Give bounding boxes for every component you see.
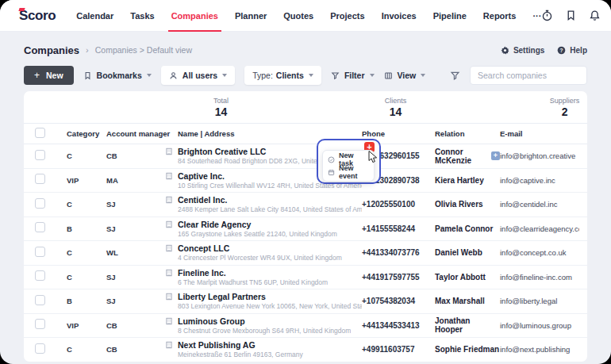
filter-dropdown[interactable]: Filter [331, 71, 375, 80]
table-row[interactable]: C WL Concept LLC 4 Cirencester Pl Worces… [24, 241, 587, 266]
company-name[interactable]: Next Publishing AG [178, 340, 303, 350]
company-name[interactable]: Luminous Group [178, 316, 351, 326]
company-address: 8 Chestnut Grove Mexborough S64 9RH, Uni… [178, 327, 351, 335]
main-nav: Calendar Tasks Companies Planner Quotes … [76, 0, 541, 32]
relation-name[interactable]: Taylor Abbott [435, 273, 486, 282]
type-filter-dropdown[interactable]: Type: Clients [244, 66, 321, 85]
column-header-relation[interactable]: Relation [435, 129, 500, 138]
chevron-down-icon [421, 74, 425, 77]
email-cell[interactable]: info@centidel.inc [500, 200, 579, 209]
row-checkbox[interactable] [35, 150, 45, 160]
phone-cell: +441917597755 [362, 273, 435, 282]
email-cell[interactable]: info@fineline-inc.com [500, 273, 579, 282]
table-row[interactable]: B SJ Liberty Legal Partners 803 Lexingto… [24, 289, 587, 314]
page-title[interactable]: Companies [24, 44, 79, 56]
nav-item[interactable]: Invoices [382, 0, 417, 32]
email-cell[interactable]: info@liberty.legal [500, 297, 579, 305]
select-all-checkbox[interactable] [35, 128, 45, 138]
chevron-down-icon [370, 74, 375, 77]
bookmark-icon [83, 71, 92, 80]
email-cell[interactable]: info@captive.inc [500, 176, 579, 185]
category-cell: VIP [67, 321, 106, 330]
email-cell[interactable]: info@concept.co.uk [500, 248, 579, 257]
search-filter-funnel-icon[interactable] [450, 71, 460, 81]
company-name[interactable]: Centidel Inc. [178, 195, 362, 205]
relation-name[interactable]: Olivia Rivers [435, 200, 483, 209]
nav-item[interactable]: Quotes [283, 0, 313, 32]
company-name[interactable]: Fineline Inc. [178, 268, 328, 278]
relation-name[interactable]: Sophie Friedman [435, 345, 499, 354]
settings-button[interactable]: Settings [501, 46, 544, 55]
column-header-phone[interactable]: Phone [362, 129, 435, 138]
nav-item[interactable]: ··· [532, 0, 541, 32]
nav-item[interactable]: Planner [235, 0, 267, 32]
quick-add-popup: + New task New event [317, 139, 381, 184]
chevron-down-icon [222, 74, 227, 77]
column-header-name-address[interactable]: Name | Address [165, 129, 362, 138]
category-cell: C [67, 248, 106, 257]
email-cell[interactable]: info@brighton.creative [500, 151, 579, 160]
row-checkbox[interactable] [35, 198, 45, 209]
email-cell[interactable]: info@next.publishing [500, 345, 579, 354]
nav-item[interactable]: Projects [330, 0, 364, 32]
table-row[interactable]: VIP CB Luminous Group 8 Chestnut Grove M… [24, 314, 587, 339]
relation-name[interactable]: Jonathan Hooper [435, 316, 500, 334]
company-name[interactable]: Concept LLC [178, 243, 342, 253]
relation-cell: Taylor Abbott [435, 273, 500, 282]
company-name[interactable]: Clear Ride Agency [178, 220, 337, 229]
breadcrumb-path[interactable]: Companies > Default view [95, 45, 192, 55]
column-header-email[interactable]: E-mail [500, 129, 579, 138]
relation-name[interactable]: Connor McKenzie [435, 148, 487, 165]
help-button[interactable]: ? Help [557, 46, 587, 55]
table-row[interactable]: VIP MA Captive Inc. 10 Stirling Cres Wil… [24, 169, 587, 193]
person-icon [169, 71, 178, 80]
relation-name[interactable]: Kiera Hartley [435, 176, 484, 185]
email-cell[interactable]: info@clearrideagency.com [500, 224, 579, 233]
row-checkbox[interactable] [35, 319, 45, 329]
row-checkbox[interactable] [35, 174, 45, 184]
account-manager-cell: CB [106, 345, 165, 354]
bookmarks-dropdown[interactable]: Bookmarks [83, 71, 152, 80]
nav-item[interactable]: Calendar [76, 0, 113, 32]
nav-item[interactable]: Reports [483, 0, 517, 32]
row-checkbox[interactable] [35, 270, 45, 281]
relation-cell: Kiera Hartley [435, 176, 500, 185]
relation-name[interactable]: Max Marshall [435, 297, 485, 305]
nav-item[interactable]: Companies [171, 0, 218, 32]
company-name[interactable]: Liberty Legal Partners [178, 292, 362, 301]
view-dropdown[interactable]: View [384, 71, 426, 80]
notifications-icon[interactable] [589, 10, 601, 21]
table-row[interactable]: C SJ Centidel Inc. 2488 Kemper Lane Salt… [24, 193, 587, 217]
menu-item-new-event[interactable]: New event [323, 166, 374, 178]
table-row[interactable]: C CB Brighton Creative LLC 84 Souterhead… [24, 144, 587, 169]
task-check-icon [328, 156, 335, 163]
row-checkbox[interactable] [35, 343, 45, 354]
search-input[interactable] [470, 66, 587, 85]
users-filter-dropdown[interactable]: All users [161, 66, 235, 85]
nav-item[interactable]: Tasks [130, 0, 154, 32]
row-checkbox[interactable] [35, 247, 45, 257]
company-address: Meinekestraße 61 Berlin 49163, Germany [178, 351, 303, 358]
new-button[interactable]: + New [24, 66, 74, 85]
relation-cell: Pamela Connor [435, 224, 500, 233]
relation-name[interactable]: Pamela Connor [435, 224, 493, 233]
row-checkbox[interactable] [35, 295, 45, 305]
name-address-cell: Liberty Legal Partners 803 Lexington Ave… [165, 292, 362, 310]
breadcrumb-row: Companies › Companies > Default view Set… [0, 40, 611, 59]
table-row[interactable]: C CB Next Publishing AG Meinekestraße 61… [24, 338, 587, 362]
table-row[interactable]: C SJ Fineline Inc. 6 The Marlpit Wadhurs… [24, 266, 587, 290]
category-cell: B [67, 297, 106, 305]
relation-name[interactable]: Daniel Webb [435, 248, 482, 257]
nav-item[interactable]: Pipeline [433, 0, 467, 32]
column-header-account-manager[interactable]: Account manager [106, 129, 165, 138]
email-cell[interactable]: info@luminous.group [500, 321, 579, 330]
account-manager-cell: SJ [106, 200, 165, 209]
timer-icon[interactable] [541, 10, 553, 21]
row-checkbox[interactable] [35, 222, 45, 232]
scoro-logo[interactable]: Scoro [19, 8, 56, 24]
column-header-category[interactable]: Category [67, 129, 106, 138]
bookmarks-icon[interactable] [565, 10, 577, 21]
table-row[interactable]: B SJ Clear Ride Agency 165 Graystone Lak… [24, 217, 587, 242]
add-relation-button[interactable]: + [491, 151, 500, 160]
relation-cell: Sophie Friedman [435, 345, 500, 354]
